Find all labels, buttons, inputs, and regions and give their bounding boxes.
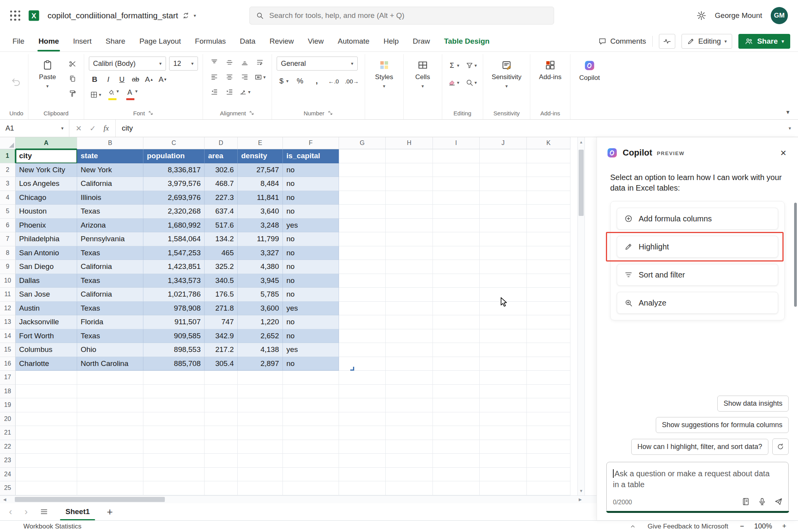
cell-I22[interactable] (433, 440, 480, 454)
panel-scroll-thumb[interactable] (794, 203, 797, 307)
row-header-24[interactable]: 24 (0, 468, 16, 482)
row-header-9[interactable]: 9 (0, 260, 16, 274)
cell-I18[interactable] (433, 385, 480, 399)
cell-J18[interactable] (480, 385, 527, 399)
cell-K24[interactable] (527, 468, 570, 482)
collapse-ribbon-icon[interactable]: ▾ (786, 109, 789, 115)
vertical-scroll-thumb[interactable] (579, 150, 584, 216)
cell-I21[interactable] (433, 426, 480, 440)
scroll-right-arrow[interactable]: ▶ (576, 496, 585, 503)
cell-F25[interactable] (283, 481, 339, 495)
cell-G17[interactable] (339, 371, 386, 385)
editing-mode-button[interactable]: Editing ▾ (681, 34, 732, 49)
refresh-suggestions-button[interactable] (772, 438, 789, 455)
cell-A16[interactable]: Charlotte (16, 357, 77, 371)
chevron-up-icon[interactable] (630, 523, 636, 530)
cell-B7[interactable]: Pennsylvania (77, 232, 143, 246)
cell-A4[interactable]: Chicago (16, 191, 77, 205)
cell-B16[interactable]: North Carolina (77, 357, 143, 371)
cell-C12[interactable]: 978,908 (143, 302, 205, 316)
cell-I5[interactable] (433, 205, 480, 219)
cell-B11[interactable]: California (77, 288, 143, 302)
cell-B24[interactable] (77, 468, 143, 482)
cell-E15[interactable]: 4,138 (238, 343, 283, 357)
cell-A24[interactable] (16, 468, 77, 482)
cell-C8[interactable]: 1,547,253 (143, 246, 205, 260)
cell-A20[interactable] (16, 412, 77, 426)
find-select-button[interactable]: ▾ (464, 77, 478, 88)
column-header-B[interactable]: B (77, 137, 143, 149)
cell-K22[interactable] (527, 440, 570, 454)
cell-G15[interactable] (339, 343, 386, 357)
feedback-link[interactable]: Give Feedback to Microsoft (648, 523, 728, 530)
zoom-level[interactable]: 100% (754, 522, 772, 530)
cell-F12[interactable]: yes (283, 302, 339, 316)
horizontal-scroll-thumb[interactable] (15, 497, 165, 502)
copilot-option-analyze[interactable]: Analyze (617, 292, 778, 314)
cell-D7[interactable]: 134.2 (205, 232, 238, 246)
column-header-I[interactable]: I (433, 137, 480, 149)
horizontal-scrollbar[interactable]: ◀ ▶ (0, 495, 597, 503)
row-header-8[interactable]: 8 (0, 246, 16, 260)
cell-H1[interactable] (386, 149, 433, 163)
column-header-G[interactable]: G (339, 137, 386, 149)
borders-button[interactable]: ▾ (89, 89, 102, 101)
row-header-5[interactable]: 5 (0, 205, 16, 219)
cell-K4[interactable] (527, 191, 570, 205)
cell-H13[interactable] (386, 315, 433, 329)
avatar[interactable]: GM (771, 7, 788, 24)
row-header-21[interactable]: 21 (0, 426, 16, 440)
cell-A12[interactable]: Austin (16, 302, 77, 316)
cell-I23[interactable] (433, 454, 480, 468)
cell-J10[interactable] (480, 274, 527, 288)
cell-K6[interactable] (527, 219, 570, 233)
cell-C13[interactable]: 911,507 (143, 315, 205, 329)
cell-E25[interactable] (238, 481, 283, 495)
cell-J17[interactable] (480, 371, 527, 385)
cell-F20[interactable] (283, 412, 339, 426)
settings-gear-icon[interactable] (696, 11, 706, 21)
cell-B8[interactable]: Texas (77, 246, 143, 260)
cell-E2[interactable]: 27,547 (238, 163, 283, 177)
cell-D13[interactable]: 747 (205, 315, 238, 329)
cell-J15[interactable] (480, 343, 527, 357)
row-header-6[interactable]: 6 (0, 219, 16, 233)
decrease-font-button[interactable]: A▼ (157, 74, 169, 85)
cell-C20[interactable] (143, 412, 205, 426)
sheet-list-icon[interactable] (40, 507, 48, 516)
cell-K15[interactable] (527, 343, 570, 357)
cell-B23[interactable] (77, 454, 143, 468)
cell-K14[interactable] (527, 329, 570, 343)
row-header-17[interactable]: 17 (0, 371, 16, 385)
copilot-input-box[interactable]: Ask a question or make a request about d… (606, 462, 789, 513)
cell-D21[interactable] (205, 426, 238, 440)
expand-formula-bar-icon[interactable]: ▾ (782, 126, 798, 131)
column-header-H[interactable]: H (386, 137, 433, 149)
cell-D11[interactable]: 176.5 (205, 288, 238, 302)
cell-F19[interactable] (283, 398, 339, 412)
scroll-up-arrow[interactable]: ▲ (578, 137, 584, 147)
cell-D19[interactable] (205, 398, 238, 412)
cell-E4[interactable]: 11,841 (238, 191, 283, 205)
suggestion-chip-how-can-i-highlight-filter-and-sort-data[interactable]: How can I highlight, filter, and sort da… (631, 439, 768, 455)
cell-C24[interactable] (143, 468, 205, 482)
cell-I8[interactable] (433, 246, 480, 260)
cell-F7[interactable]: no (283, 232, 339, 246)
tab-view[interactable]: View (301, 31, 331, 51)
cell-G7[interactable] (339, 232, 386, 246)
cell-K3[interactable] (527, 177, 570, 191)
cell-G16[interactable] (339, 357, 386, 371)
cell-F17[interactable] (283, 371, 339, 385)
cell-F13[interactable]: no (283, 315, 339, 329)
cell-K7[interactable] (527, 232, 570, 246)
row-header-19[interactable]: 19 (0, 398, 16, 412)
tab-help[interactable]: Help (376, 31, 406, 51)
cell-D3[interactable]: 468.7 (205, 177, 238, 191)
row-header-2[interactable]: 2 (0, 163, 16, 177)
cell-H25[interactable] (386, 481, 433, 495)
cell-E9[interactable]: 4,380 (238, 260, 283, 274)
next-sheet-arrow[interactable]: › (21, 506, 31, 517)
cell-K21[interactable] (527, 426, 570, 440)
cell-C21[interactable] (143, 426, 205, 440)
title-chevron-down-icon[interactable]: ▾ (194, 13, 196, 18)
